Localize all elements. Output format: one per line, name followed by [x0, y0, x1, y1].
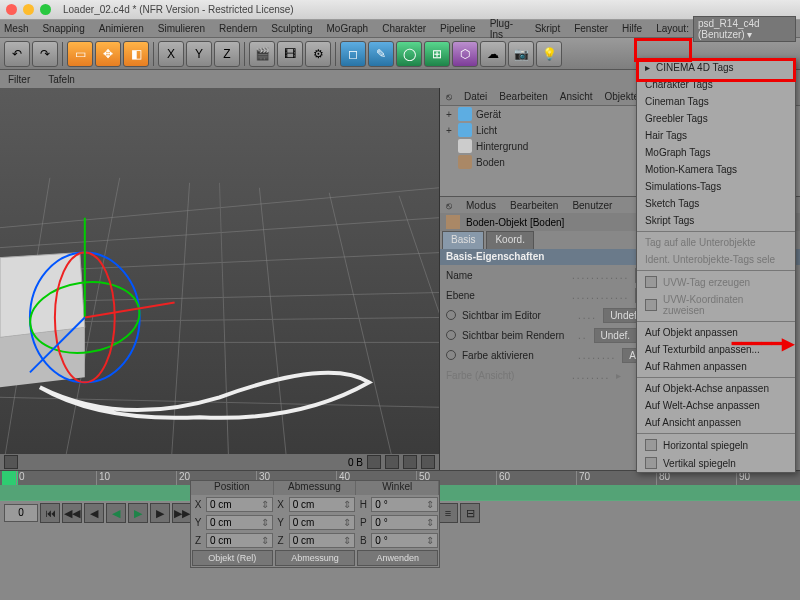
- primitive-cube-icon[interactable]: ◻: [340, 41, 366, 67]
- move-icon[interactable]: ✥: [95, 41, 121, 67]
- play-back-icon[interactable]: ◀: [106, 503, 126, 523]
- tab-basis[interactable]: Basis: [442, 231, 484, 249]
- rot-h-input[interactable]: 0 °⇕: [371, 497, 438, 512]
- menu-render[interactable]: Rendern: [219, 23, 257, 34]
- size-z-input[interactable]: 0 cm⇕: [289, 533, 356, 548]
- zoom-icon[interactable]: [40, 4, 51, 15]
- ctx-greebler-tags[interactable]: Greebler Tags: [637, 110, 795, 127]
- cube-icon[interactable]: ◧: [123, 41, 149, 67]
- minimize-icon[interactable]: [23, 4, 34, 15]
- om-menu-edit[interactable]: Bearbeiten: [499, 91, 547, 102]
- size-y-input[interactable]: 0 cm⇕: [289, 515, 356, 530]
- ctx-sketch-tags[interactable]: Sketch Tags: [637, 195, 795, 212]
- prop-colorenable-label: Farbe aktivieren: [462, 350, 572, 361]
- redo-icon[interactable]: ↷: [32, 41, 58, 67]
- subbar-panels[interactable]: Tafeln: [48, 74, 75, 85]
- expand-icon[interactable]: +: [444, 125, 454, 136]
- pos-x-input[interactable]: 0 cm⇕: [206, 497, 273, 512]
- radio-icon[interactable]: [446, 310, 456, 320]
- ctx-character-tags[interactable]: Charakter Tags: [637, 76, 795, 93]
- coord-mode-combo[interactable]: Objekt (Rel): [192, 550, 273, 566]
- goto-start-icon[interactable]: ⏮: [40, 503, 60, 523]
- om-menu-file[interactable]: Datei: [464, 91, 487, 102]
- prev-key-icon[interactable]: ◀◀: [62, 503, 82, 523]
- tab-coord[interactable]: Koord.: [486, 231, 533, 249]
- om-menu-view[interactable]: Ansicht: [560, 91, 593, 102]
- ctx-mirror-v[interactable]: Vertikal spiegeln: [637, 454, 795, 472]
- am-menu-user[interactable]: Benutzer: [572, 200, 612, 211]
- radio-icon[interactable]: [446, 330, 456, 340]
- menu-mograph[interactable]: MoGraph: [327, 23, 369, 34]
- frame-start-field[interactable]: 0: [4, 504, 38, 522]
- menu-window[interactable]: Fenster: [574, 23, 608, 34]
- pos-z-input[interactable]: 0 cm⇕: [206, 533, 273, 548]
- radio-icon[interactable]: [446, 350, 456, 360]
- ctx-fit-to-region[interactable]: Auf Rahmen anpassen: [637, 358, 795, 375]
- camera-icon[interactable]: 📷: [508, 41, 534, 67]
- om-menu-objects[interactable]: Objekte: [605, 91, 639, 102]
- ctx-script-tags[interactable]: Skript Tags: [637, 212, 795, 229]
- axis-y-icon[interactable]: Y: [186, 41, 212, 67]
- menu-help[interactable]: Hilfe: [622, 23, 642, 34]
- am-menu-edit[interactable]: Bearbeiten: [510, 200, 558, 211]
- hud-nav2-icon[interactable]: [385, 455, 399, 469]
- key-all-icon[interactable]: ≡: [438, 503, 458, 523]
- nurbs-icon[interactable]: ◯: [396, 41, 422, 67]
- hud-icon[interactable]: [4, 455, 18, 469]
- play-icon[interactable]: ▶: [128, 503, 148, 523]
- hud-nav3-icon[interactable]: [403, 455, 417, 469]
- subbar-filter[interactable]: Filter: [8, 74, 30, 85]
- menu-sculpting[interactable]: Sculpting: [271, 23, 312, 34]
- ctx-hair-tags[interactable]: Hair Tags: [637, 127, 795, 144]
- close-icon[interactable]: [6, 4, 17, 15]
- axis-z-icon[interactable]: Z: [214, 41, 240, 67]
- coord-size-combo[interactable]: Abmessung: [275, 550, 356, 566]
- prev-frame-icon[interactable]: ◀: [84, 503, 104, 523]
- next-key-icon[interactable]: ▶▶: [172, 503, 192, 523]
- light-icon[interactable]: 💡: [536, 41, 562, 67]
- size-x-input[interactable]: 0 cm⇕: [289, 497, 356, 512]
- ctx-adapt-view[interactable]: Auf Ansicht anpassen: [637, 414, 795, 431]
- render-settings-icon[interactable]: ⚙: [305, 41, 331, 67]
- expand-icon[interactable]: +: [444, 109, 454, 120]
- pos-y-input[interactable]: 0 cm⇕: [206, 515, 273, 530]
- ctx-adapt-object-axis[interactable]: Auf Objekt-Achse anpassen: [637, 380, 795, 397]
- ctx-cineman-tags[interactable]: Cineman Tags: [637, 93, 795, 110]
- next-frame-icon[interactable]: ▶: [150, 503, 170, 523]
- pen-icon[interactable]: ✎: [368, 41, 394, 67]
- environment-icon[interactable]: ☁: [480, 41, 506, 67]
- axis-x-icon[interactable]: X: [158, 41, 184, 67]
- menu-character[interactable]: Charakter: [382, 23, 426, 34]
- array-icon[interactable]: ⊞: [424, 41, 450, 67]
- 3d-viewport[interactable]: 0 B: [0, 88, 440, 470]
- menu-simulate[interactable]: Simulieren: [158, 23, 205, 34]
- layout-combo[interactable]: psd_R14_c4d (Benutzer) ▾: [693, 16, 796, 42]
- render-view-icon[interactable]: 🎬: [249, 41, 275, 67]
- ctx-mirror-h[interactable]: Horizontal spiegeln: [637, 436, 795, 454]
- rot-p-input[interactable]: 0 °⇕: [371, 515, 438, 530]
- select-icon[interactable]: ▭: [67, 41, 93, 67]
- lock-icon[interactable]: ⎋: [446, 200, 452, 211]
- menu-plugins[interactable]: Plug-Ins: [490, 18, 521, 40]
- menu-animate[interactable]: Animieren: [99, 23, 144, 34]
- ctx-motioncam-tags[interactable]: Motion-Kamera Tags: [637, 161, 795, 178]
- ctx-cinema4d-tags[interactable]: ▸CINEMA 4D Tags: [637, 59, 795, 76]
- menu-script[interactable]: Skript: [535, 23, 561, 34]
- key-opts-icon[interactable]: ⊟: [460, 503, 480, 523]
- floor-icon: [446, 215, 460, 229]
- rot-b-input[interactable]: 0 °⇕: [371, 533, 438, 548]
- render-region-icon[interactable]: 🎞: [277, 41, 303, 67]
- lock-icon[interactable]: ⎋: [446, 91, 452, 102]
- menu-mesh[interactable]: Mesh: [4, 23, 28, 34]
- hud-nav1-icon[interactable]: [367, 455, 381, 469]
- hud-nav4-icon[interactable]: [421, 455, 435, 469]
- ctx-mograph-tags[interactable]: MoGraph Tags: [637, 144, 795, 161]
- undo-icon[interactable]: ↶: [4, 41, 30, 67]
- am-menu-mode[interactable]: Modus: [466, 200, 496, 211]
- menu-snapping[interactable]: Snapping: [42, 23, 84, 34]
- deformer-icon[interactable]: ⬡: [452, 41, 478, 67]
- ctx-simulation-tags[interactable]: Simulations-Tags: [637, 178, 795, 195]
- ctx-adapt-world-axis[interactable]: Auf Welt-Achse anpassen: [637, 397, 795, 414]
- menu-pipeline[interactable]: Pipeline: [440, 23, 476, 34]
- coord-apply-button[interactable]: Anwenden: [357, 550, 438, 566]
